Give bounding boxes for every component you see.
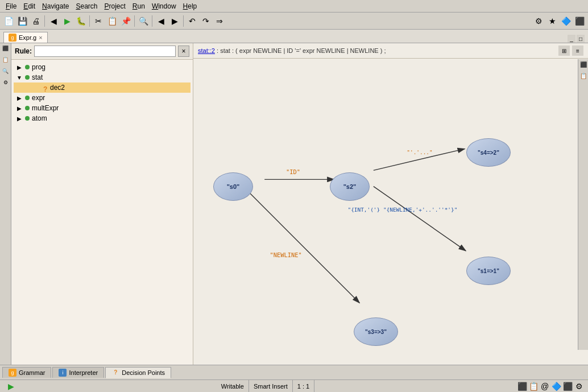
left-icon-3[interactable]: 🔍 <box>1 68 10 77</box>
status-writable: Writable <box>217 380 249 392</box>
toolbar-next-arrow[interactable]: ▶ <box>168 15 181 27</box>
rule-colon-text: : stat : ( expr NEWLINE | ID '=' expr NE… <box>217 47 386 54</box>
tree-item-stat[interactable]: ▼ stat <box>14 72 191 82</box>
toolbar-copy[interactable]: 📋 <box>106 15 118 27</box>
file-tab-close[interactable]: × <box>39 34 42 41</box>
toolbar-print[interactable]: 🖨 <box>30 15 42 27</box>
right-side-icons: ⬛ 📋 <box>578 59 588 350</box>
toolbar-cut[interactable]: ✂ <box>92 15 105 27</box>
tree-item-expr[interactable]: ▶ expr <box>14 93 191 103</box>
toolbar-save[interactable]: 💾 <box>16 15 28 27</box>
toolbar-paste[interactable]: 📌 <box>119 15 132 27</box>
tree-arrow-stat: ▼ <box>16 74 23 81</box>
toolbar-undo[interactable]: ↶ <box>186 15 198 27</box>
rule-input[interactable] <box>34 46 176 57</box>
bottom-tabs: g Grammar i Interpreter ? Decision Point… <box>0 365 588 379</box>
status-icon-3[interactable]: @ <box>540 382 549 391</box>
status-icon-2[interactable]: 📋 <box>529 382 538 391</box>
tab-grammar-label: Grammar <box>19 369 45 376</box>
menu-help[interactable]: Help <box>180 1 201 11</box>
statusbar-right: ⬛ 📋 @ 🔷 ⬛ ⚙ <box>516 382 585 391</box>
toolbar-back[interactable]: ◀ <box>47 15 60 27</box>
left-icon-1[interactable]: ⬛ <box>1 46 10 55</box>
status-left-icon[interactable]: ▶ <box>3 380 15 392</box>
edge-s2-s4 <box>374 149 465 171</box>
node-s2[interactable]: "s2" <box>330 172 370 201</box>
left-side-icons: ⬛ 📋 🔍 ⚙ <box>0 43 11 365</box>
main-area: g Expr.g × _ □ ⬛ 📋 🔍 ⚙ Rule: × <box>0 30 588 392</box>
tab-interpreter[interactable]: i Interpreter <box>52 367 104 378</box>
toolbar-forward[interactable]: ⇒ <box>213 15 226 27</box>
tab-decision-points[interactable]: ? Decision Points <box>105 367 171 378</box>
file-tab-label: Expr.g <box>19 34 36 41</box>
tab-minimize[interactable]: _ <box>568 35 575 43</box>
rule-link[interactable]: stat::2 <box>198 47 215 54</box>
toolbar-sep4 <box>152 15 152 27</box>
menu-search[interactable]: Search <box>72 1 101 11</box>
menu-project[interactable]: Project <box>101 1 129 11</box>
left-icon-4[interactable]: ⚙ <box>1 80 10 89</box>
toolbar-new[interactable]: 📄 <box>2 15 15 27</box>
node-s1[interactable]: "s1=>1" <box>466 257 511 285</box>
status-insert-mode: Smart Insert <box>249 380 293 392</box>
toolbar-sep5 <box>183 15 184 27</box>
toolbar-redo[interactable]: ↷ <box>200 15 212 27</box>
menu-navigate[interactable]: Navigate <box>39 1 72 11</box>
right-panel: stat::2 : stat : ( expr NEWLINE | ID '='… <box>193 43 588 365</box>
edge-label-id: "ID" <box>286 168 300 175</box>
file-tab-icon: g <box>9 34 16 42</box>
toolbar-debug[interactable]: 🐛 <box>74 15 87 27</box>
toolbar-extra1[interactable]: ⚙ <box>532 15 545 27</box>
toolbar-sep2 <box>89 15 90 27</box>
edge-label-newline: "NEWLINE" <box>270 251 302 258</box>
rule-bar: Rule: × <box>11 43 193 60</box>
tree-item-multexpr[interactable]: ▶ multExpr <box>14 103 191 113</box>
node-s4[interactable]: "s4=>2" <box>466 138 511 167</box>
right-icon-2[interactable]: 📋 <box>579 73 588 82</box>
tree-label-stat: stat <box>32 73 43 81</box>
tree-item-dec2[interactable]: ▶ ? dec2 <box>14 82 191 93</box>
toolbar-extra4[interactable]: ⬛ <box>573 15 586 27</box>
toolbar-search[interactable]: 🔍 <box>137 15 150 27</box>
right-icon-1[interactable]: ⬛ <box>579 61 588 71</box>
node-s0[interactable]: "s0" <box>213 172 253 201</box>
menu-run[interactable]: Run <box>129 1 148 11</box>
left-icon-2[interactable]: 📋 <box>1 57 10 66</box>
tree-arrow-prog: ▶ <box>16 64 23 71</box>
tree-item-atom[interactable]: ▶ atom <box>14 113 191 123</box>
rule-display-btn2[interactable]: ≡ <box>572 46 583 56</box>
tree-dot-expr <box>25 96 30 100</box>
node-s3[interactable]: "s3=>3" <box>354 317 398 346</box>
status-icon-4[interactable]: 🔷 <box>552 382 561 391</box>
tree-label-dec2: dec2 <box>50 84 65 92</box>
toolbar-extra2[interactable]: ★ <box>546 15 558 27</box>
menu-edit[interactable]: Edit <box>20 1 39 11</box>
tree-dot-stat <box>25 75 30 80</box>
rule-display-btn1[interactable]: ⊞ <box>558 46 570 56</box>
edge-label-dot: "'.'..." <box>407 149 432 155</box>
tree-dot-atom <box>25 116 30 121</box>
tab-interpreter-icon: i <box>59 369 67 377</box>
rule-full-text: stat::2 : stat : ( expr NEWLINE | ID '='… <box>198 47 386 54</box>
toolbar-prev[interactable]: ◀ <box>155 15 167 27</box>
rule-clear-btn[interactable]: × <box>178 46 189 57</box>
tab-interpreter-label: Interpreter <box>69 369 98 376</box>
menu-file[interactable]: File <box>2 1 20 11</box>
status-icon-1[interactable]: ⬛ <box>517 382 527 391</box>
toolbar-sep3 <box>134 15 135 27</box>
status-icon-5[interactable]: ⬛ <box>563 382 572 391</box>
tree-label-prog: prog <box>32 63 45 71</box>
menu-window[interactable]: Window <box>148 1 180 11</box>
tree-item-prog[interactable]: ▶ prog <box>14 62 191 72</box>
file-tab-expr[interactable]: g Expr.g × <box>3 32 48 43</box>
tree-dot-multexpr <box>25 106 30 110</box>
tab-grammar[interactable]: g Grammar <box>2 367 51 378</box>
tree-label-expr: expr <box>32 94 45 102</box>
status-icon-6[interactable]: ⚙ <box>574 382 583 391</box>
rule-display: stat::2 : stat : ( expr NEWLINE | ID '='… <box>193 43 588 59</box>
tree-label-atom: atom <box>32 114 47 122</box>
toolbar-extra3[interactable]: 🔷 <box>560 15 572 27</box>
toolbar-run[interactable]: ▶ <box>61 15 73 27</box>
tab-decision-label: Decision Points <box>122 369 165 376</box>
tab-maximize[interactable]: □ <box>577 35 585 43</box>
